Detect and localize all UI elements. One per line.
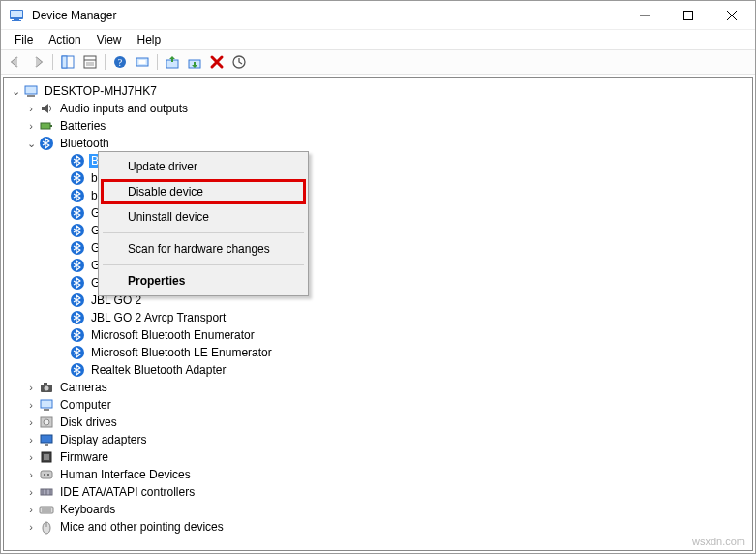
show-hide-tree-button[interactable] — [57, 51, 78, 73]
category-label: Batteries — [58, 119, 107, 133]
speaker-icon — [39, 101, 54, 116]
maximize-button[interactable] — [666, 1, 710, 29]
category-label: Human Interface Devices — [58, 468, 193, 481]
computer-icon — [23, 83, 39, 99]
toolbar-sep — [52, 54, 53, 70]
bluetooth-icon — [70, 153, 85, 169]
content-area: ⌄DESKTOP-MHJ7HK7›Audio inputs and output… — [3, 77, 753, 551]
close-button[interactable] — [710, 1, 753, 29]
minimize-button[interactable] — [622, 1, 666, 29]
category-label: Computer — [58, 398, 113, 412]
ctx-update-driver[interactable]: Update driver — [101, 154, 306, 179]
tree-category[interactable]: ›IDE ATA/ATAPI controllers — [8, 483, 752, 501]
forward-button[interactable] — [27, 51, 48, 73]
device-tree[interactable]: ⌄DESKTOP-MHJ7HK7›Audio inputs and output… — [4, 78, 752, 550]
update-driver-button[interactable] — [162, 51, 183, 73]
tree-root[interactable]: ⌄DESKTOP-MHJ7HK7 — [8, 82, 752, 100]
tree-category[interactable]: ›Human Interface Devices — [8, 466, 752, 483]
category-label: Disk drives — [58, 416, 119, 429]
tree-category[interactable]: ›Keyboards — [8, 501, 752, 518]
expander-icon[interactable]: ⌄ — [23, 138, 39, 150]
expander-icon[interactable]: › — [23, 521, 39, 533]
tree-category[interactable]: ›Firmware — [8, 448, 752, 466]
svg-rect-17 — [139, 60, 146, 64]
expander-icon[interactable]: › — [23, 416, 39, 428]
svg-rect-10 — [84, 56, 96, 68]
scan-button[interactable] — [132, 51, 153, 73]
ctx-disable-device[interactable]: Disable device — [101, 179, 306, 204]
titlebar: Device Manager — [1, 1, 755, 30]
svg-rect-47 — [45, 444, 48, 446]
help-button[interactable]: ? — [109, 51, 131, 73]
category-label: Bluetooth — [58, 137, 111, 150]
menu-action[interactable]: Action — [41, 31, 88, 48]
ctx-properties[interactable]: Properties — [101, 268, 306, 293]
expander-icon[interactable]: › — [23, 504, 39, 515]
expander-icon[interactable]: › — [23, 120, 39, 132]
tree-category[interactable]: ›Computer — [8, 396, 752, 414]
battery-icon — [39, 118, 54, 134]
svg-rect-46 — [41, 435, 52, 443]
expander-icon[interactable]: › — [23, 486, 39, 498]
tree-category[interactable]: ⌄Bluetooth — [8, 135, 752, 152]
svg-point-52 — [47, 474, 49, 476]
tree-category[interactable]: ›Display adapters — [8, 431, 752, 448]
hid-icon — [39, 467, 54, 482]
tree-device[interactable]: JBL GO 2 Avrcp Transport — [8, 309, 752, 326]
bluetooth-icon — [70, 188, 85, 203]
expander-icon[interactable]: › — [23, 399, 39, 411]
context-menu: Update driver Disable device Uninstall d… — [98, 151, 309, 296]
expander-icon[interactable]: › — [23, 469, 39, 480]
bluetooth-icon — [70, 205, 85, 221]
root-label: DESKTOP-MHJ7HK7 — [43, 84, 159, 98]
toolbar: ? — [1, 49, 755, 75]
expander-icon[interactable]: › — [23, 434, 39, 446]
expander-icon[interactable]: › — [23, 382, 39, 393]
bluetooth-icon — [70, 310, 85, 325]
svg-rect-22 — [27, 95, 35, 97]
svg-rect-23 — [41, 123, 50, 129]
firmware-icon — [39, 449, 54, 465]
tree-category[interactable]: ›Audio inputs and outputs — [8, 100, 752, 117]
tree-category[interactable]: ›Batteries — [8, 117, 752, 135]
tree-device[interactable]: Microsoft Bluetooth LE Enumerator — [8, 344, 752, 361]
menu-help[interactable]: Help — [130, 31, 169, 48]
svg-rect-21 — [25, 86, 37, 94]
svg-point-40 — [45, 386, 49, 391]
tree-device[interactable]: Microsoft Bluetooth Enumerator — [8, 326, 752, 344]
show-hidden-button[interactable] — [228, 51, 250, 73]
bluetooth-icon — [70, 292, 85, 308]
expander-icon[interactable]: › — [23, 103, 39, 114]
ctx-scan-hardware[interactable]: Scan for hardware changes — [101, 236, 306, 262]
svg-rect-3 — [12, 20, 21, 21]
back-button[interactable] — [5, 51, 26, 73]
expander-icon[interactable]: › — [23, 451, 39, 463]
ctx-uninstall-device[interactable]: Uninstall device — [101, 204, 306, 230]
category-label: Display adapters — [58, 433, 148, 446]
category-label: Audio inputs and outputs — [58, 102, 190, 115]
disable-button[interactable] — [184, 51, 205, 73]
tree-category[interactable]: ›Mice and other pointing devices — [8, 518, 752, 536]
tree-category[interactable]: ›Cameras — [8, 379, 752, 396]
uninstall-button[interactable] — [206, 51, 227, 73]
menu-file[interactable]: File — [7, 31, 41, 48]
device-label: Microsoft Bluetooth LE Enumerator — [89, 346, 274, 359]
device-label: JBL GO 2 Avrcp Transport — [89, 311, 227, 324]
svg-rect-49 — [44, 454, 49, 460]
keyboard-icon — [39, 502, 54, 517]
menu-view[interactable]: View — [89, 31, 130, 48]
device-label: Microsoft Bluetooth Enumerator — [89, 328, 257, 342]
ide-icon — [39, 484, 54, 500]
svg-point-51 — [44, 474, 45, 476]
tree-category[interactable]: ›Disk drives — [8, 414, 752, 431]
bluetooth-icon — [70, 362, 85, 378]
bluetooth-icon — [70, 258, 85, 273]
category-label: Cameras — [58, 381, 109, 394]
tree-device[interactable]: Realtek Bluetooth Adapter — [8, 361, 752, 379]
expander-open-icon[interactable]: ⌄ — [8, 85, 23, 98]
bluetooth-icon — [70, 170, 85, 186]
properties-button[interactable] — [79, 51, 101, 73]
ctx-sep — [103, 232, 304, 233]
device-manager-window: Device Manager File Action View Help ? ⌄… — [0, 0, 756, 554]
svg-rect-5 — [683, 11, 692, 19]
